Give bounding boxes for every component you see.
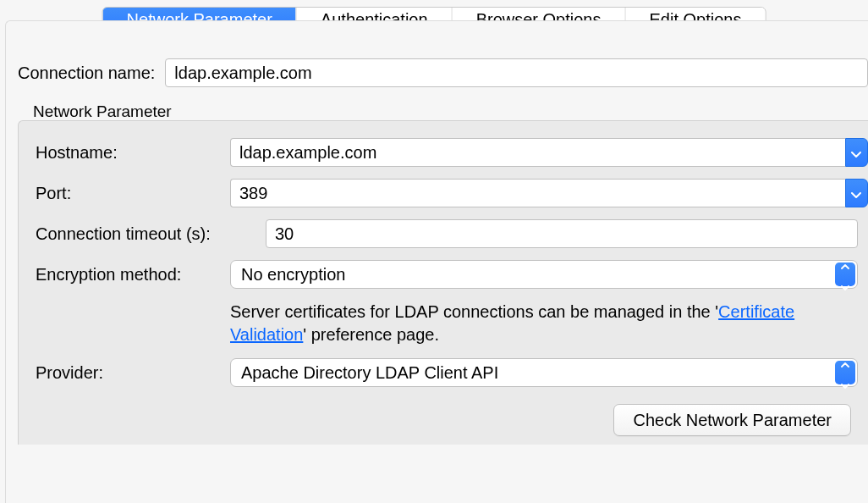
chevron-down-icon — [851, 143, 861, 163]
tab-panel: Connection name: Network Parameter Hostn… — [5, 20, 868, 503]
port-combo[interactable] — [230, 179, 868, 207]
chevron-up-icon — [841, 254, 849, 274]
chevron-down-icon — [851, 184, 861, 203]
chevron-down-icon — [841, 373, 849, 393]
connection-name-input[interactable] — [165, 58, 868, 87]
network-parameter-group: Network Parameter Hostname: — [18, 102, 868, 445]
hostname-combo[interactable] — [230, 138, 868, 167]
port-label: Port: — [36, 184, 230, 203]
encryption-popup-knob[interactable] — [835, 263, 855, 286]
group-title: Network Parameter — [18, 102, 868, 121]
port-input[interactable] — [230, 179, 845, 207]
provider-popup[interactable]: Apache Directory LDAP Client API — [230, 358, 858, 387]
encryption-value: No encryption — [241, 265, 345, 285]
chevron-down-icon — [841, 275, 849, 295]
timeout-label: Connection timeout (s): — [36, 224, 230, 244]
provider-popup-knob[interactable] — [835, 361, 855, 384]
certificate-hint-after: ' preference page. — [303, 325, 439, 344]
chevron-up-icon — [841, 352, 849, 372]
certificate-hint-before: Server certificates for LDAP connections… — [230, 302, 718, 321]
hostname-label: Hostname: — [36, 143, 230, 163]
check-network-parameter-button[interactable]: Check Network Parameter — [613, 404, 851, 436]
provider-label: Provider: — [36, 363, 230, 383]
port-dropdown-button[interactable] — [845, 179, 868, 207]
hostname-input[interactable] — [230, 138, 845, 167]
encryption-label: Encryption method: — [36, 265, 230, 285]
timeout-input[interactable] — [266, 219, 858, 248]
connection-name-label: Connection name: — [18, 64, 155, 83]
encryption-popup[interactable]: No encryption — [230, 260, 858, 289]
hostname-dropdown-button[interactable] — [845, 138, 868, 167]
provider-value: Apache Directory LDAP Client API — [241, 363, 498, 383]
certificate-hint: Server certificates for LDAP connections… — [230, 301, 868, 346]
